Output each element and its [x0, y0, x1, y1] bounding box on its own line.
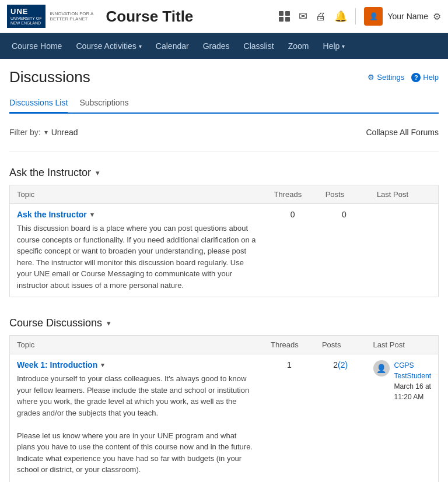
help-chevron: ▾ [342, 43, 345, 50]
threads-value-ask-instructor: 0 [290, 210, 295, 219]
filter-value: Unread [51, 128, 78, 137]
course-title: Course Title [106, 8, 279, 26]
logo-box: UNE UNIVERSITY OFNEW ENGLAND [7, 5, 46, 28]
topic-week1-chevron: ▾ [101, 361, 104, 369]
forum-section-course-discussions-chevron: ▾ [107, 319, 111, 328]
user-name: Your Name [387, 12, 428, 21]
nav-course-activities[interactable]: Course Activities ▾ [69, 33, 148, 59]
forum-section-course-discussions: Course Discussions ▾ Topic Threads Posts… [9, 311, 439, 482]
collapse-all-forums[interactable]: Collapse All Forums [366, 128, 439, 137]
col-header-last-post: Last Post [370, 185, 439, 204]
topic-name-week1: Week 1: Introduction [17, 360, 97, 370]
posts-cell-week1: 2 (2) [315, 354, 366, 482]
nav-classlist[interactable]: Classlist [237, 33, 281, 59]
nav-course-activities-label: Course Activities [76, 41, 136, 51]
posts-value-week1: 2 [333, 360, 338, 370]
col-header-posts: Posts [318, 185, 370, 204]
posts-new-week1: (2) [338, 360, 348, 370]
filter-label: Filter by: [9, 128, 41, 137]
nav-zoom-label: Zoom [288, 41, 309, 51]
filter-divider [9, 151, 439, 152]
header-separator [355, 8, 356, 24]
logo-tagline: INNOVATION FOR A BETTER PLANET [50, 11, 97, 22]
chat-icon[interactable]: 🖨 [316, 10, 326, 23]
nav-help[interactable]: Help ▾ [316, 33, 352, 59]
last-post-cell-week1: 👤 CGPS TestStudent March 16 at 11:20 AM [366, 354, 439, 482]
last-post-info-week1: CGPS TestStudent March 16 at 11:20 AM [394, 360, 431, 402]
filter-dropdown-arrow[interactable]: ▾ [44, 128, 48, 136]
header-icons: ✉ 🖨 🔔 👤 Your Name ⚙ [279, 7, 441, 26]
tab-subscriptions[interactable]: Subscriptions [79, 93, 128, 112]
topic-cell-ask-instructor: Ask the Instructor ▾ This discussion boa… [10, 204, 267, 297]
forum-section-course-discussions-title: Course Discussions [9, 317, 102, 329]
course-discussions-table: Topic Threads Posts Last Post Week 1: In… [9, 335, 439, 482]
forum-section-course-discussions-header[interactable]: Course Discussions ▾ [9, 311, 439, 335]
user-avatar: 👤 [364, 7, 383, 26]
table-row: Ask the Instructor ▾ This discussion boa… [10, 204, 439, 297]
nav-help-label: Help [323, 41, 340, 51]
email-icon[interactable]: ✉ [299, 10, 307, 23]
help-link[interactable]: ? Help [411, 73, 439, 82]
nav-calendar[interactable]: Calendar [149, 33, 196, 59]
forum-section-ask-instructor-header[interactable]: Ask the Instructor ▾ [9, 161, 439, 185]
threads-cell-ask-instructor: 0 [267, 204, 318, 297]
table-header-row: Topic Threads Posts Last Post [10, 185, 439, 204]
forum-section-ask-instructor-chevron: ▾ [96, 168, 100, 177]
nav-zoom[interactable]: Zoom [281, 33, 316, 59]
filter-bar: Filter by: ▾ Unread Collapse All Forums [9, 123, 439, 142]
nav-bar: Course Home Course Activities ▾ Calendar… [0, 33, 448, 59]
tabs: Discussions List Subscriptions [9, 93, 439, 114]
table-header-row-2: Topic Threads Posts Last Post [10, 336, 439, 354]
grid-icon[interactable] [279, 11, 290, 22]
last-post-date-week1: March 16 at 11:20 AM [394, 381, 431, 402]
settings-gear-icon: ⚙ [368, 73, 374, 82]
nav-course-home-label: Course Home [12, 41, 62, 51]
col-header-posts-2: Posts [315, 336, 366, 354]
col-header-threads: Threads [267, 185, 318, 204]
threads-cell-week1: 1 [264, 354, 315, 482]
tab-discussions-list[interactable]: Discussions List [9, 93, 68, 114]
ask-instructor-table: Topic Threads Posts Last Post Ask the In… [9, 185, 439, 297]
page-title: Discussions [9, 68, 90, 86]
bell-icon[interactable]: 🔔 [334, 10, 347, 23]
help-question-icon: ? [411, 73, 421, 82]
posts-cell-ask-instructor: 0 [318, 204, 370, 297]
nav-grades[interactable]: Grades [196, 33, 237, 59]
last-post-name-week1[interactable]: CGPS TestStudent [394, 360, 431, 381]
topic-cell-week1: Week 1: Introduction ▾ Introduce yoursel… [10, 354, 264, 482]
nav-course-home[interactable]: Course Home [5, 33, 69, 59]
last-post-area-week1: 👤 CGPS TestStudent March 16 at 11:20 AM [373, 360, 431, 402]
logo-une: UNE [10, 7, 42, 16]
last-post-avatar-week1: 👤 [373, 360, 390, 377]
page-header: UNE UNIVERSITY OFNEW ENGLAND INNOVATION … [0, 0, 448, 33]
discussions-page-header: Discussions ⚙ Settings ? Help [9, 68, 439, 86]
topic-desc-ask-instructor: This discussion board is a place where y… [17, 223, 260, 291]
table-row: Week 1: Introduction ▾ Introduce yoursel… [10, 354, 439, 482]
settings-icon[interactable]: ⚙ [433, 11, 441, 22]
nav-classlist-label: Classlist [244, 41, 274, 51]
help-link-label: Help [423, 73, 439, 82]
col-header-topic-2: Topic [10, 336, 264, 354]
topic-ask-instructor-chevron: ▾ [90, 211, 94, 219]
settings-link[interactable]: ⚙ Settings [368, 73, 404, 82]
topic-name-ask-instructor: Ask the Instructor [17, 210, 87, 219]
user-area: 👤 Your Name ⚙ [364, 7, 441, 26]
page-content: Discussions ⚙ Settings ? Help Discussion… [0, 59, 448, 482]
filter-left: Filter by: ▾ Unread [9, 128, 78, 137]
page-actions: ⚙ Settings ? Help [368, 73, 439, 82]
logo-university: UNIVERSITY OFNEW ENGLAND [10, 16, 42, 26]
threads-value-week1: 1 [287, 360, 292, 370]
posts-value-ask-instructor: 0 [342, 210, 346, 219]
settings-link-label: Settings [377, 73, 404, 82]
logo-area: UNE UNIVERSITY OFNEW ENGLAND INNOVATION … [7, 5, 97, 28]
topic-link-week1[interactable]: Week 1: Introduction ▾ [17, 360, 257, 370]
topic-link-ask-instructor[interactable]: Ask the Instructor ▾ [17, 210, 260, 219]
nav-calendar-label: Calendar [156, 41, 189, 51]
col-header-topic: Topic [10, 185, 267, 204]
col-header-last-post-2: Last Post [366, 336, 439, 354]
forum-section-ask-instructor-title: Ask the Instructor [9, 167, 91, 179]
topic-desc-week1: Introduce yourself to your class colleag… [17, 373, 257, 482]
avatar-icon: 👤 [376, 364, 386, 373]
last-post-cell-ask-instructor [370, 204, 439, 297]
col-header-threads-2: Threads [264, 336, 315, 354]
